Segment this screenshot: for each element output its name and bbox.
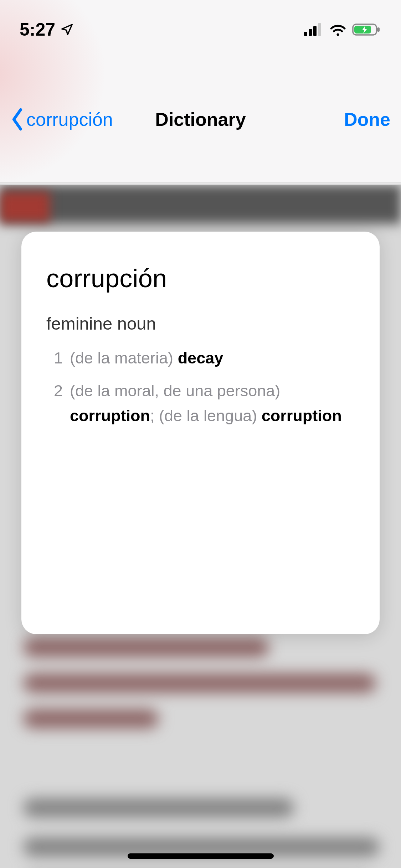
definition-item: 2 (de la moral, de una persona) corrupti…	[46, 378, 355, 428]
nav-divider	[0, 182, 401, 182]
nav-bar: corrupción Dictionary Done	[0, 96, 401, 143]
done-button[interactable]: Done	[344, 109, 390, 130]
wifi-icon	[329, 23, 347, 36]
definition-item: 1 (de la materia) decay	[46, 346, 355, 371]
status-bar: 5:27	[0, 0, 401, 46]
definition-context: (de la lengua)	[159, 407, 257, 425]
status-right	[304, 23, 381, 36]
definition-number: 2	[46, 378, 63, 428]
definition-context: (de la materia)	[70, 349, 173, 367]
definition-number: 1	[46, 346, 63, 371]
back-label: corrupción	[26, 109, 113, 130]
status-left: 5:27	[20, 19, 74, 40]
svg-rect-5	[377, 27, 380, 32]
definition-context: (de la moral, de una persona)	[70, 382, 280, 400]
definition-term: corruption	[262, 407, 342, 425]
definition-separator: ;	[150, 407, 159, 425]
headword: corrupción	[46, 264, 355, 293]
chevron-left-icon	[11, 108, 25, 131]
definition-term: decay	[178, 349, 223, 367]
definitions-list: 1 (de la materia) decay 2 (de la moral, …	[46, 346, 355, 428]
definition-body: (de la materia) decay	[70, 346, 223, 371]
svg-rect-3	[318, 23, 321, 36]
svg-rect-0	[304, 32, 307, 36]
definition-term: corruption	[70, 407, 150, 425]
battery-icon	[352, 23, 381, 36]
definition-body: (de la moral, de una persona) corruption…	[70, 378, 355, 428]
home-indicator[interactable]	[128, 853, 274, 859]
svg-rect-1	[309, 29, 312, 36]
modal-sheet: 5:27	[0, 0, 401, 868]
location-icon	[60, 23, 74, 36]
part-of-speech: feminine noun	[46, 314, 355, 334]
status-time: 5:27	[20, 19, 55, 40]
back-button[interactable]: corrupción	[11, 108, 113, 131]
definition-card: corrupción feminine noun 1 (de la materi…	[21, 232, 380, 634]
svg-rect-2	[313, 26, 317, 36]
cellular-icon	[304, 23, 324, 36]
